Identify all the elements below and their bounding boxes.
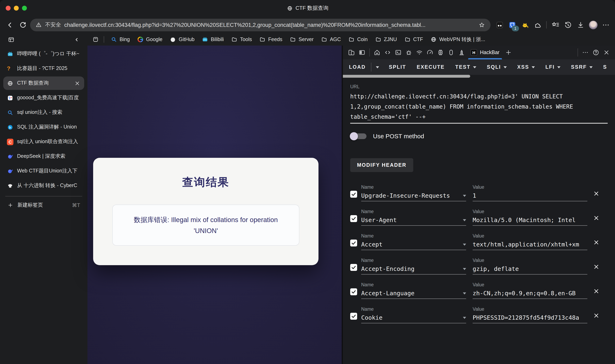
devtools-lighthouse-button[interactable]: [456, 47, 467, 58]
header-value-value[interactable]: PHPSESSID=212875fd54f9d713c48a: [473, 314, 587, 321]
devtools-console-button[interactable]: [393, 47, 404, 58]
sidebar-tab[interactable]: sql union注入 - 搜索: [3, 106, 84, 119]
address-bar[interactable]: 不安全 challenge.ilovectf.cn:30434/flag.php…: [30, 18, 491, 31]
bookmark-google[interactable]: Google: [134, 35, 166, 44]
close-tab-icon[interactable]: [74, 80, 80, 86]
header-name-field[interactable]: NameUpgrade-Insecure-Requests: [361, 185, 466, 201]
header-enabled-checkbox[interactable]: [350, 313, 357, 320]
header-enabled-checkbox[interactable]: [350, 264, 357, 271]
devtools-more-button[interactable]: [580, 47, 591, 58]
bookmark-feeds[interactable]: Feeds: [256, 35, 286, 44]
header-name-value[interactable]: Accept-Encoding: [361, 266, 460, 272]
sidebar-tab[interactable]: 从 十六进制 转换 - CyberC: [3, 179, 84, 192]
delete-header-button[interactable]: [593, 263, 600, 271]
chevron-down-icon[interactable]: [463, 195, 466, 197]
header-name-field[interactable]: NameAccept-Language: [361, 282, 466, 299]
chevron-down-icon[interactable]: [463, 268, 466, 270]
bookmark-zjnu[interactable]: ZJNU: [372, 35, 400, 44]
header-value-field[interactable]: Valuegzip, deflate: [473, 258, 587, 274]
header-name-value[interactable]: User-Agent: [361, 217, 460, 223]
delete-header-button[interactable]: [593, 190, 600, 197]
devtools-memory-button[interactable]: [435, 47, 446, 58]
sidebar-tab[interactable]: ?比赛题目 - ?CTF 2025: [3, 62, 84, 75]
bookmark-agc[interactable]: AGC: [318, 35, 344, 44]
bitwarden-button[interactable]: 1: [507, 20, 517, 30]
close-window-button[interactable]: [6, 6, 11, 11]
bookmark-bilibili[interactable]: Bilibili: [199, 35, 227, 44]
chevron-down-icon[interactable]: [463, 219, 466, 221]
bookmark-server[interactable]: Server: [286, 35, 317, 44]
sidebar-tab[interactable]: gooood_免费高速下载|百度: [3, 91, 84, 104]
sidebar-tab[interactable]: 哔哩哔哩 (゜-゜)つロ 干杯~: [3, 47, 84, 61]
delete-header-button[interactable]: [593, 214, 600, 222]
menu-execute[interactable]: EXECUTE: [411, 59, 450, 75]
bookmark-bing[interactable]: Bing: [107, 35, 133, 44]
delete-header-button[interactable]: [593, 287, 600, 295]
bookmark-tools[interactable]: Tools: [228, 35, 255, 44]
devtools-storage-button[interactable]: [446, 47, 456, 58]
reload-button[interactable]: [17, 19, 28, 30]
history-button[interactable]: [563, 20, 573, 30]
devtools-help-button[interactable]: [591, 47, 601, 58]
reading-list-button[interactable]: [91, 35, 101, 44]
profile-avatar-button[interactable]: [588, 20, 598, 30]
url-text[interactable]: challenge.ilovectf.cn:30434/flag.php?id=…: [64, 22, 475, 28]
menu-test[interactable]: TEST: [450, 59, 482, 75]
minimize-window-button[interactable]: [14, 6, 19, 11]
chevron-down-icon[interactable]: [463, 292, 466, 294]
header-value-field[interactable]: Valuezh-CN,zh;q=0.9,en;q=0.8,en-GB: [473, 282, 587, 299]
delete-header-button[interactable]: [593, 239, 600, 246]
sidebar-tab[interactable]: Csql注入 union联合查询注入: [3, 135, 84, 148]
devtools-bug-button[interactable]: [404, 47, 414, 58]
tampermonkey-button[interactable]: [495, 20, 505, 30]
devtools-home-button[interactable]: [372, 47, 382, 58]
menu-split[interactable]: SPLIT: [384, 59, 411, 75]
tab-hackbar[interactable]: H HackBar: [467, 46, 503, 59]
header-value-field[interactable]: Value1: [473, 185, 587, 201]
header-value-value[interactable]: gzip, deflate: [473, 266, 587, 272]
chevron-down-icon[interactable]: [463, 243, 466, 246]
header-enabled-checkbox[interactable]: [350, 240, 357, 247]
header-value-value[interactable]: 1: [473, 192, 587, 199]
header-value-value[interactable]: text/html,application/xhtml+xm: [473, 241, 587, 248]
sidebar-tab[interactable]: DeepSeek | 深度求索: [3, 150, 84, 163]
delete-header-button[interactable]: [593, 312, 600, 319]
back-button[interactable]: [4, 19, 15, 30]
bookmark-coin[interactable]: Coin: [345, 35, 371, 44]
menu-load[interactable]: LOAD: [344, 59, 371, 75]
header-value-field[interactable]: ValuePHPSESSID=212875fd54f9d713c48a: [473, 307, 587, 323]
header-value-field[interactable]: ValueMozilla/5.0 (Macintosh; Intel: [473, 209, 587, 226]
header-name-value[interactable]: Upgrade-Insecure-Requests: [361, 192, 460, 199]
header-enabled-checkbox[interactable]: [350, 215, 357, 222]
modify-header-button[interactable]: MODIFY HEADER: [350, 158, 413, 172]
header-name-field[interactable]: NameCookie: [361, 307, 466, 323]
menu-xss[interactable]: XSS: [512, 59, 540, 75]
favorites-list-button[interactable]: [550, 20, 561, 30]
devtools-network-button[interactable]: [414, 47, 425, 58]
url-textarea[interactable]: http://challenge.ilovectf.cn:30434/flag.…: [350, 91, 594, 122]
devtools-performance-button[interactable]: [425, 47, 435, 58]
use-post-toggle[interactable]: [352, 133, 366, 139]
menu-s[interactable]: S: [598, 59, 612, 75]
downloads-button[interactable]: [576, 20, 586, 30]
zoom-window-button[interactable]: [22, 6, 27, 11]
header-name-value[interactable]: Accept: [361, 241, 460, 248]
sidebar-tab[interactable]: SQL 注入漏洞详解 - Union: [3, 120, 84, 134]
devtools-source-code-button[interactable]: [382, 47, 393, 58]
devtools-add-tab-button[interactable]: [503, 47, 514, 58]
bookmark-github[interactable]: GitHub: [167, 35, 198, 44]
collapse-sidebar-button[interactable]: [71, 34, 82, 45]
tab-activity-center-button[interactable]: [5, 34, 17, 45]
bookmark-star-icon[interactable]: [478, 21, 485, 28]
menu-ssrf[interactable]: SSRF: [566, 59, 598, 75]
header-value-value[interactable]: Mozilla/5.0 (Macintosh; Intel: [473, 217, 587, 223]
header-name-value[interactable]: Cookie: [361, 314, 460, 321]
header-enabled-checkbox[interactable]: [350, 191, 357, 198]
menu-lfi[interactable]: LFI: [540, 59, 566, 75]
devtools-dock-side-button[interactable]: [357, 47, 367, 58]
header-enabled-checkbox[interactable]: [350, 288, 357, 295]
hscrollbar-thumb[interactable]: [343, 75, 470, 78]
new-tab-button[interactable]: 新建标签页 ⌘T: [3, 199, 84, 211]
more-button[interactable]: [601, 20, 611, 30]
header-name-field[interactable]: NameAccept: [361, 234, 466, 250]
